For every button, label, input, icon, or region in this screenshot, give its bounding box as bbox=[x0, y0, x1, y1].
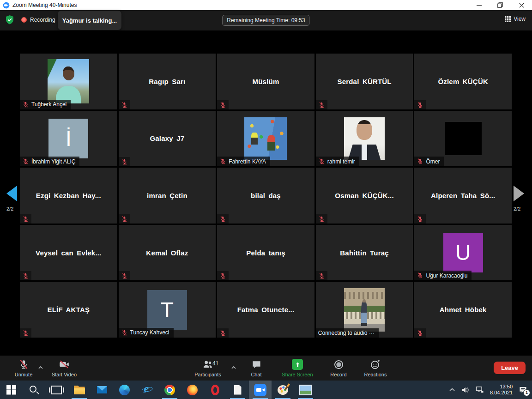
muted-mic-icon bbox=[318, 102, 325, 109]
volume-icon[interactable] bbox=[461, 387, 470, 393]
grid-view-icon bbox=[505, 16, 511, 22]
taskbar-apps bbox=[0, 381, 317, 399]
taskbar-photos-button[interactable] bbox=[294, 381, 317, 399]
muted-mic-icon bbox=[22, 216, 29, 223]
taskbar-paint-button[interactable] bbox=[272, 381, 294, 399]
page-indicator-right: 2/2 bbox=[514, 206, 527, 212]
participant-tile[interactable]: Alperen Taha Sö... bbox=[414, 168, 512, 224]
action-center-icon[interactable]: 1 bbox=[519, 386, 527, 394]
leave-button[interactable]: Leave bbox=[494, 362, 526, 374]
participants-options-caret[interactable] bbox=[231, 363, 236, 371]
muted-mic-icon bbox=[219, 102, 226, 109]
taskbar-mail-button[interactable] bbox=[91, 381, 113, 399]
participant-tile[interactable]: Connecting to audio ··· bbox=[316, 282, 413, 338]
participant-tile[interactable]: Ömer bbox=[414, 111, 512, 167]
participant-photo-portrait bbox=[344, 117, 385, 160]
taskview-icon bbox=[51, 386, 62, 394]
mail-icon bbox=[97, 386, 107, 393]
window-title: Zoom Meeting 40-Minutes bbox=[12, 2, 77, 8]
view-button[interactable]: View bbox=[505, 16, 526, 22]
participant-tile[interactable]: Serdal KÜRTÜL bbox=[316, 54, 413, 109]
minimize-button[interactable] bbox=[468, 0, 490, 10]
participant-tile[interactable]: Ezgi Kezban Hay... bbox=[20, 168, 117, 224]
taskbar-taskview-button[interactable] bbox=[45, 381, 68, 399]
recording-indicator[interactable]: Recording bbox=[21, 17, 55, 23]
participants-grid: Tuğberk AnçelRagıp SarıMüslümSerdal KÜRT… bbox=[20, 54, 512, 338]
participant-tile[interactable]: Ahmet Höbek bbox=[414, 282, 512, 338]
unmute-button[interactable]: Unmute bbox=[7, 358, 40, 377]
participant-tile[interactable]: Özlem KÜÇÜK bbox=[414, 54, 512, 109]
taskbar-zoomapp-button[interactable] bbox=[249, 381, 272, 399]
muted-mic-icon bbox=[121, 102, 128, 109]
taskbar-edge-button[interactable] bbox=[113, 381, 136, 399]
participant-name-label: İbrahim Yiğit ALIÇ bbox=[20, 157, 79, 166]
chat-icon bbox=[251, 359, 262, 370]
participant-name-label: Tuğberk Ançel bbox=[20, 100, 71, 109]
view-label: View bbox=[514, 16, 526, 22]
muted-mic-icon bbox=[417, 216, 423, 223]
participant-photo-climbing-wall bbox=[244, 117, 287, 160]
participant-tile[interactable]: İİbrahim Yiğit ALIÇ bbox=[20, 111, 117, 167]
participant-tile[interactable]: Fahrettin KAYA bbox=[217, 111, 314, 167]
participant-tile[interactable]: imran Çetin bbox=[119, 168, 216, 224]
participant-avatar: U bbox=[443, 233, 483, 272]
participant-tile[interactable]: TTuncay Kahveci bbox=[119, 282, 216, 338]
participant-tile[interactable]: Pelda tanış bbox=[217, 225, 314, 281]
next-page-arrow[interactable] bbox=[514, 186, 524, 201]
start-video-button[interactable]: Start Video bbox=[45, 358, 83, 377]
close-button[interactable] bbox=[511, 0, 532, 10]
taskbar-explorer-button[interactable] bbox=[68, 381, 91, 399]
taskbar-firefox-button[interactable] bbox=[181, 381, 204, 399]
window-titlebar: Zoom Meeting 40-Minutes bbox=[0, 0, 532, 10]
tile-mute-indicator bbox=[119, 100, 130, 109]
participant-tile[interactable]: rahmi temir bbox=[316, 111, 413, 167]
windows-taskbar: 13:50 8.04.2021 1 bbox=[0, 381, 532, 399]
tile-mute-indicator bbox=[217, 271, 229, 280]
participant-tile[interactable]: Galaxy J7 bbox=[119, 111, 216, 167]
active-speaker-toast: Yağmur is talking... bbox=[58, 11, 121, 30]
participant-name: Bahittin Turaç bbox=[336, 249, 393, 257]
participant-tile[interactable]: Tuğberk Ançel bbox=[20, 54, 117, 109]
network-icon[interactable] bbox=[476, 386, 484, 393]
opera-icon bbox=[211, 385, 219, 395]
tray-chevron-up-icon[interactable] bbox=[449, 387, 455, 392]
participant-tile[interactable]: Ragıp Sarı bbox=[119, 54, 216, 109]
tile-mute-indicator bbox=[119, 271, 130, 280]
taskbar-start-button[interactable] bbox=[0, 381, 23, 399]
participant-tile[interactable]: Müslüm bbox=[217, 54, 314, 109]
meeting-toolbar: Unmute Start Video Participants 41 Chat bbox=[0, 356, 532, 381]
participant-tile[interactable]: Osman KÜÇÜK... bbox=[316, 168, 413, 224]
chat-button[interactable]: Chat bbox=[244, 358, 269, 377]
muted-mic-icon bbox=[417, 330, 423, 337]
participant-tile[interactable]: ELİF AKTAŞ bbox=[20, 282, 117, 338]
muted-mic-icon bbox=[22, 158, 29, 165]
taskbar-search-button[interactable] bbox=[23, 381, 45, 399]
prev-page-arrow[interactable] bbox=[6, 186, 17, 201]
participant-name-label: rahmi temir bbox=[316, 157, 359, 166]
participant-tile[interactable]: UUğur Karacaoğlu bbox=[414, 225, 512, 281]
participants-count: 41 bbox=[212, 360, 218, 367]
tile-mute-indicator bbox=[316, 100, 327, 109]
start-icon bbox=[6, 385, 16, 395]
security-shield-icon[interactable] bbox=[5, 15, 14, 27]
taskbar-doc-button[interactable] bbox=[226, 381, 249, 399]
participants-button[interactable]: Participants 41 bbox=[188, 358, 227, 377]
record-button[interactable]: Record bbox=[325, 358, 352, 377]
taskbar-ie-button[interactable] bbox=[136, 381, 158, 399]
participant-tile[interactable]: bilal daş bbox=[217, 168, 314, 224]
participant-name: ELİF AKTAŞ bbox=[43, 306, 93, 314]
taskbar-clock[interactable]: 13:50 8.04.2021 bbox=[490, 384, 513, 396]
participant-tile[interactable]: Veysel can Evlek... bbox=[20, 225, 117, 281]
taskbar-opera-button[interactable] bbox=[204, 381, 226, 399]
participant-tile[interactable]: Bahittin Turaç bbox=[316, 225, 413, 281]
participant-name-label: Ömer bbox=[414, 157, 444, 166]
explorer-icon bbox=[74, 386, 85, 394]
reactions-button[interactable]: Reactions bbox=[358, 358, 393, 377]
taskbar-chrome-button[interactable] bbox=[158, 381, 181, 399]
participant-tile[interactable]: Kemal Oflaz bbox=[119, 225, 216, 281]
recording-label: Recording bbox=[30, 17, 55, 23]
participant-tile[interactable]: Fatma Otuncte... bbox=[217, 282, 314, 338]
restore-button[interactable] bbox=[490, 0, 511, 10]
share-screen-button[interactable]: Share Screen bbox=[275, 358, 320, 377]
audio-options-caret[interactable] bbox=[38, 363, 43, 371]
